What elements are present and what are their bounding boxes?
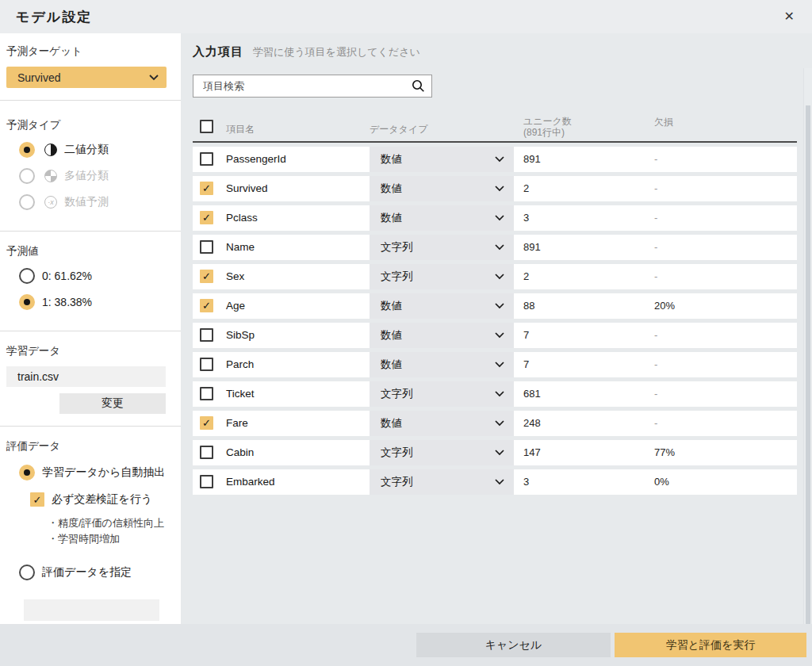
chevron-down-icon	[149, 75, 159, 81]
row-unique-count: 681	[523, 381, 541, 407]
cv-note-2: ・学習時間増加	[48, 531, 181, 547]
run-training-button[interactable]: 学習と評価を実行	[615, 633, 806, 657]
search-icon	[412, 79, 425, 93]
row-checkbox[interactable]: ✓	[200, 211, 213, 224]
input-items-panel: 入力項目 学習に使う項目を選択してください 項目名 データタイプ ユニーク数 (…	[181, 33, 812, 624]
item-search-input[interactable]	[201, 79, 412, 93]
pred-value-option-label: 1: 38.38%	[42, 296, 92, 308]
binary-classification-icon	[44, 144, 57, 156]
dialog-footer: キャンセル 学習と評価を実行	[0, 624, 812, 666]
row-missing-value: 0%	[654, 469, 669, 495]
row-dtype-select[interactable]: 文字列	[370, 235, 514, 260]
row-checkbox[interactable]	[200, 387, 213, 400]
radio-selected-icon	[19, 142, 35, 158]
items-table-body: PassengerId 数値 891 - ✓ Survived 数値 2 - ✓…	[193, 147, 812, 495]
row-checkbox[interactable]: ✓	[200, 299, 213, 312]
pred-type-label: 予測タイプ	[6, 118, 173, 132]
row-item-name: Ticket	[226, 381, 255, 407]
cv-note-1: ・精度/評価の信頼性向上	[48, 515, 181, 531]
dialog-title: モデル設定	[16, 8, 92, 26]
row-checkbox[interactable]: ✓	[200, 270, 213, 283]
row-checkbox[interactable]	[200, 475, 213, 488]
scrollbar-thumb[interactable]	[806, 105, 810, 660]
row-unique-count: 7	[523, 323, 529, 348]
row-checkbox[interactable]: ✓	[200, 182, 213, 195]
train-data-label: 学習データ	[6, 344, 173, 358]
input-items-title: 入力項目	[193, 44, 243, 59]
row-dtype-select[interactable]: 数値	[370, 352, 514, 377]
row-dtype-value: 文字列	[381, 387, 413, 401]
cancel-button[interactable]: キャンセル	[416, 633, 611, 657]
row-unique-count: 3	[523, 469, 529, 495]
eval-auto-extract-label: 学習データから自動抽出	[42, 465, 165, 480]
pred-value-option-0[interactable]: 0: 61.62%	[19, 268, 181, 284]
row-dtype-select[interactable]: 文字列	[370, 469, 514, 495]
row-dtype-select[interactable]: 数値	[370, 323, 514, 348]
table-row: ✓ Age 数値 88 20%	[193, 293, 797, 319]
close-icon[interactable]: ✕	[784, 10, 795, 23]
row-dtype-select[interactable]: 数値	[370, 411, 514, 436]
row-dtype-select[interactable]: 数値	[370, 205, 514, 231]
chevron-down-icon	[495, 479, 504, 485]
row-checkbox[interactable]	[200, 328, 213, 342]
pred-type-option-label: 多値分類	[64, 169, 109, 183]
row-checkbox[interactable]	[200, 240, 213, 254]
pred-type-option-binary[interactable]: 二値分類	[19, 142, 181, 158]
pred-type-option-label: 二値分類	[64, 143, 109, 157]
eval-data-file-field[interactable]	[24, 599, 159, 621]
row-checkbox[interactable]	[200, 446, 213, 459]
cross-validation-option[interactable]: ✓ 必ず交差検証を行う	[30, 492, 181, 507]
row-item-name: Pclass	[226, 205, 258, 231]
row-missing-value: 20%	[654, 293, 675, 319]
radio-unselected-icon	[19, 268, 35, 284]
row-checkbox[interactable]	[200, 152, 213, 166]
table-row: Parch 数値 7 -	[193, 352, 797, 377]
row-dtype-value: 文字列	[381, 475, 413, 489]
row-unique-count: 891	[523, 147, 541, 172]
section-divider	[0, 100, 181, 101]
multiclass-pie-icon	[44, 170, 57, 182]
row-item-name: Parch	[226, 352, 254, 377]
change-train-data-button[interactable]: 変更	[59, 393, 166, 414]
row-unique-count: 2	[523, 264, 529, 289]
row-dtype-select[interactable]: 文字列	[370, 264, 514, 289]
row-missing-value: -	[654, 323, 657, 348]
scrollbar-track[interactable]	[803, 68, 812, 636]
chevron-down-icon	[495, 391, 504, 397]
row-dtype-select[interactable]: 数値	[370, 176, 514, 201]
numeric-prediction-icon: ·x	[44, 196, 57, 209]
row-unique-count: 147	[523, 440, 541, 465]
chevron-down-icon	[495, 450, 504, 456]
select-all-checkbox[interactable]	[200, 120, 213, 133]
row-item-name: Embarked	[226, 469, 275, 495]
pred-target-dropdown[interactable]: Survived	[6, 67, 167, 88]
table-row: ✓ Pclass 数値 3 -	[193, 205, 797, 231]
table-row: Ticket 文字列 681 -	[193, 381, 797, 407]
eval-specify-option[interactable]: 評価データを指定	[19, 565, 181, 580]
row-checkbox[interactable]	[200, 358, 213, 371]
table-row: PassengerId 数値 891 -	[193, 147, 797, 172]
row-dtype-value: 数値	[381, 328, 402, 343]
row-dtype-select[interactable]: 数値	[370, 147, 514, 172]
train-data-file-field[interactable]	[6, 366, 166, 387]
row-item-name: Cabin	[226, 440, 254, 465]
eval-auto-extract-option[interactable]: 学習データから自動抽出	[19, 465, 181, 480]
row-checkbox[interactable]: ✓	[200, 416, 213, 430]
row-missing-value: -	[654, 176, 657, 201]
item-search-box[interactable]	[193, 75, 432, 98]
section-divider	[0, 231, 181, 232]
pred-target-label: 予測ターゲット	[6, 44, 173, 59]
row-dtype-value: 数値	[381, 182, 402, 196]
row-dtype-select[interactable]: 文字列	[370, 381, 514, 407]
input-items-subtitle: 学習に使う項目を選択してください	[253, 45, 420, 59]
row-missing-value: -	[654, 352, 657, 377]
table-header-row: 項目名 データタイプ ユニーク数 (891行中) 欠損	[193, 114, 797, 143]
row-dtype-select[interactable]: 文字列	[370, 440, 514, 465]
section-divider	[0, 331, 181, 331]
table-row: Cabin 文字列 147 77%	[193, 440, 797, 465]
pred-value-option-1[interactable]: 1: 38.38%	[19, 294, 181, 310]
pred-value-option-label: 0: 61.62%	[42, 270, 92, 282]
row-dtype-select[interactable]: 数値	[370, 293, 514, 319]
row-dtype-value: 数値	[381, 152, 402, 166]
radio-disabled-icon	[19, 194, 35, 210]
